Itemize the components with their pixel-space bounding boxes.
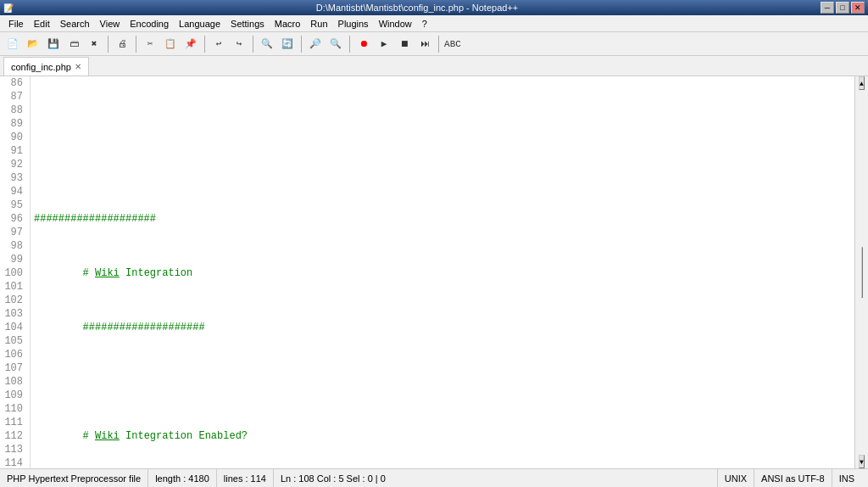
editor-container: 86 87 88 89 90 91 92 93 94 95 96 97 98 9… bbox=[0, 76, 868, 468]
line-90: #################### bbox=[34, 321, 851, 334]
lines-section: lines : 114 bbox=[217, 469, 274, 487]
save-button[interactable]: 💾 bbox=[44, 35, 63, 53]
title-bar: 📝 D:\Mantisbt\Mantisbt\config_inc.php - … bbox=[0, 0, 868, 15]
new-button[interactable]: 📄 bbox=[3, 35, 22, 53]
tab-bar: config_inc.php ✕ bbox=[0, 56, 868, 76]
vertical-scrollbar[interactable]: ▲ ▼ bbox=[854, 76, 868, 468]
find-button[interactable]: 🔍 bbox=[258, 35, 276, 53]
save-all-button[interactable]: 🗃 bbox=[64, 35, 83, 53]
toolbar-sep-2 bbox=[136, 36, 136, 53]
copy-button[interactable]: 📋 bbox=[161, 35, 180, 53]
record-button[interactable]: ⏺ bbox=[354, 35, 373, 53]
length-section: length : 4180 bbox=[148, 469, 217, 487]
zoom-out-button[interactable]: 🔍 bbox=[326, 35, 345, 53]
line-92: # Wiki Integration Enabled? bbox=[34, 429, 851, 443]
line-87 bbox=[34, 158, 851, 171]
file-type: PHP Hypertext Preprocessor file bbox=[7, 473, 141, 484]
window-title: D:\Mantisbt\Mantisbt\config_inc.php - No… bbox=[14, 3, 821, 13]
playall-button[interactable]: ⏭ bbox=[415, 35, 434, 53]
menu-edit[interactable]: Edit bbox=[29, 17, 55, 31]
menu-run[interactable]: Run bbox=[305, 17, 332, 31]
close-button2[interactable]: ✖ bbox=[85, 35, 103, 53]
code-area[interactable]: #################### # Wiki Integration … bbox=[31, 76, 854, 468]
line-89: # Wiki Integration bbox=[34, 266, 851, 280]
eol-type: UNIX bbox=[725, 473, 747, 484]
menu-settings[interactable]: Settings bbox=[225, 17, 270, 31]
status-bar: PHP Hypertext Preprocessor file length :… bbox=[0, 468, 868, 487]
menu-view[interactable]: View bbox=[95, 17, 125, 31]
menu-file[interactable]: File bbox=[3, 17, 29, 31]
menu-language[interactable]: Language bbox=[174, 17, 225, 31]
replace-button[interactable]: 🔄 bbox=[278, 35, 297, 53]
eol-section: UNIX bbox=[718, 469, 754, 487]
length-value: length : 4180 bbox=[155, 473, 209, 484]
ins-section: INS bbox=[832, 469, 861, 487]
file-type-section: PHP Hypertext Preprocessor file bbox=[7, 469, 148, 487]
scroll-down-arrow[interactable]: ▼ bbox=[859, 455, 865, 468]
redo-button[interactable]: ↪ bbox=[230, 35, 248, 53]
print-button[interactable]: 🖨 bbox=[113, 35, 131, 53]
menu-search[interactable]: Search bbox=[55, 17, 95, 31]
toolbar-sep-5 bbox=[301, 36, 302, 53]
toolbar-sep-3 bbox=[204, 36, 205, 53]
stop-button[interactable]: ⏹ bbox=[395, 35, 414, 53]
insert-mode: INS bbox=[839, 473, 854, 484]
position-section: Ln : 108 Col : 5 Sel : 0 | 0 bbox=[274, 469, 718, 487]
encoding-section: ANSI as UTF-8 bbox=[754, 469, 832, 487]
line-numbers: 86 87 88 89 90 91 92 93 94 95 96 97 98 9… bbox=[0, 76, 31, 468]
menu-encoding[interactable]: Encoding bbox=[125, 17, 174, 31]
line-86 bbox=[34, 117, 851, 131]
code-content: #################### # Wiki Integration … bbox=[31, 76, 854, 468]
cut-button[interactable]: ✂ bbox=[141, 35, 159, 53]
cursor-position: Ln : 108 Col : 5 Sel : 0 | 0 bbox=[281, 473, 386, 484]
window-controls: ─ □ ✕ bbox=[821, 2, 865, 14]
menu-bar: File Edit Search View Encoding Language … bbox=[0, 15, 868, 32]
tab-label: config_inc.php bbox=[11, 62, 71, 72]
toolbar: 📄 📂 💾 🗃 ✖ 🖨 ✂ 📋 📌 ↩ ↪ 🔍 🔄 🔎 🔍 ⏺ ▶ ⏹ ⏭ AB… bbox=[0, 32, 868, 56]
scroll-thumb[interactable] bbox=[861, 247, 863, 298]
undo-button[interactable]: ↩ bbox=[209, 35, 228, 53]
close-button[interactable]: ✕ bbox=[851, 2, 865, 14]
menu-macro[interactable]: Macro bbox=[270, 17, 306, 31]
spell-button[interactable]: ABC bbox=[443, 35, 462, 53]
toolbar-sep-4 bbox=[253, 36, 253, 53]
lines-value: lines : 114 bbox=[224, 473, 266, 484]
tab-config-inc[interactable]: config_inc.php ✕ bbox=[3, 57, 89, 76]
line-91 bbox=[34, 375, 851, 389]
open-button[interactable]: 📂 bbox=[24, 35, 42, 53]
menu-window[interactable]: Window bbox=[374, 17, 417, 31]
line-88: #################### bbox=[34, 212, 851, 226]
zoom-in-button[interactable]: 🔎 bbox=[306, 35, 325, 53]
menu-help[interactable]: ? bbox=[417, 17, 432, 31]
minimize-button[interactable]: ─ bbox=[821, 2, 834, 14]
toolbar-sep-7 bbox=[438, 36, 439, 53]
play-button[interactable]: ▶ bbox=[375, 35, 393, 53]
tab-close-icon[interactable]: ✕ bbox=[75, 62, 81, 71]
maximize-button[interactable]: □ bbox=[836, 2, 849, 14]
menu-plugins[interactable]: Plugins bbox=[333, 17, 374, 31]
encoding-value: ANSI as UTF-8 bbox=[761, 473, 825, 484]
paste-button[interactable]: 📌 bbox=[181, 35, 200, 53]
app-icon: 📝 bbox=[3, 3, 14, 13]
scroll-up-arrow[interactable]: ▲ bbox=[859, 76, 865, 90]
toolbar-sep-1 bbox=[108, 36, 108, 53]
toolbar-sep-6 bbox=[349, 36, 350, 53]
